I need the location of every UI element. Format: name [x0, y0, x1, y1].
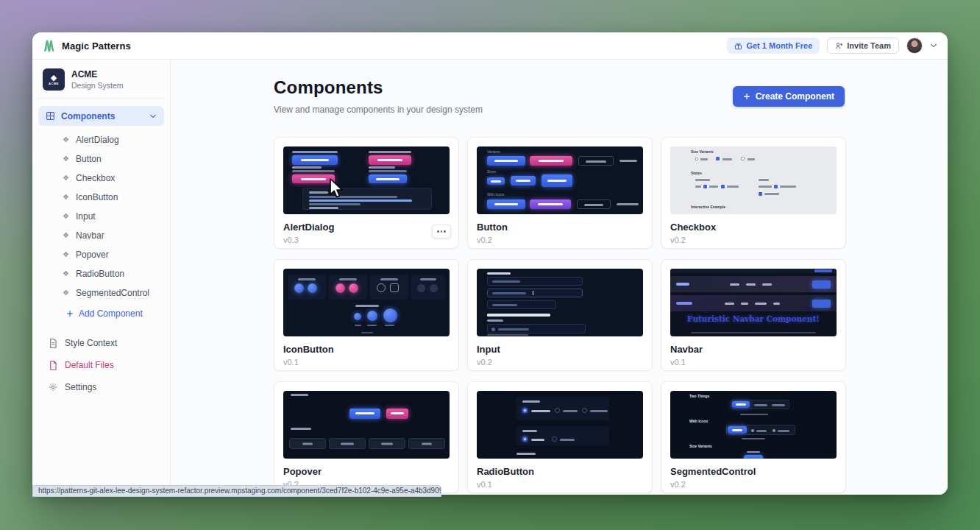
plus-icon	[743, 93, 750, 100]
checkbox-thumbnail: Size Variants States I	[670, 146, 837, 214]
card-title: SegmentedControl	[670, 466, 837, 477]
card-version: v0.2	[670, 236, 837, 244]
card-version: v0.2	[477, 358, 643, 367]
sidebar-item-input[interactable]: ❖Input	[38, 207, 164, 226]
gear-icon	[49, 383, 57, 392]
sidebar-item-settings[interactable]: Settings	[38, 376, 164, 398]
component-card-radiobutton[interactable]: RadioButton v0.1	[467, 381, 653, 493]
card-title: Input	[477, 344, 643, 355]
card-title: Navbar	[670, 344, 837, 355]
sidebar-item-popover[interactable]: ❖Popover	[38, 245, 164, 264]
file-icon	[49, 361, 57, 370]
component-card-popover[interactable]: Popover v0.2	[274, 381, 459, 493]
component-card-navbar[interactable]: Futuristic Navbar Component! Navbar v0.1	[661, 259, 846, 371]
card-menu-button[interactable]	[432, 225, 451, 239]
sidebar-item-segmentedcontrol[interactable]: ❖SegmentedControl	[38, 283, 164, 303]
file-text-icon	[49, 339, 57, 348]
component-icon: ❖	[63, 213, 69, 220]
desktop-background: Magic Patterns Get 1 Month Free Invite T…	[0, 0, 980, 530]
component-icon: ❖	[63, 155, 69, 163]
component-card-input[interactable]: Input v0.2	[467, 259, 653, 371]
card-title: IconButton	[283, 344, 450, 355]
main-content: Components View and manage components in…	[171, 60, 948, 495]
sidebar: ◆ACME ACME Design System Components	[32, 60, 171, 495]
component-grid: AlertDialog v0.3 Variants Sizes	[274, 137, 845, 493]
card-title: Popover	[283, 466, 450, 477]
person-plus-icon	[835, 42, 843, 50]
component-icon: ❖	[63, 194, 69, 201]
card-title: Button	[477, 222, 643, 233]
user-menu-chevron-icon[interactable]	[930, 42, 937, 49]
iconbutton-thumbnail	[283, 269, 450, 336]
brand: Magic Patterns	[43, 39, 131, 53]
input-thumbnail	[477, 269, 643, 336]
workspace-tagline: Design System	[71, 81, 124, 90]
component-card-alertdialog[interactable]: AlertDialog v0.3	[274, 137, 459, 249]
component-card-button[interactable]: Variants Sizes With Icons	[467, 137, 653, 249]
navbar-thumbnail: Futuristic Navbar Component!	[670, 269, 837, 336]
button-thumbnail: Variants Sizes With Icons	[477, 146, 643, 214]
sidebar-item-iconbutton[interactable]: ❖IconButton	[38, 188, 164, 207]
segmentedcontrol-thumbnail: Two Things With Icons	[670, 391, 837, 459]
component-icon: ❖	[63, 136, 69, 144]
add-component-button[interactable]: Add Component	[38, 303, 164, 325]
page-subtitle: View and manage components in your desig…	[274, 105, 483, 115]
chevron-down-icon	[149, 113, 157, 120]
card-version: v0.1	[477, 480, 643, 489]
acme-logo: ◆ACME	[43, 68, 65, 91]
card-title: RadioButton	[477, 466, 643, 477]
card-title: Checkbox	[670, 222, 837, 233]
sidebar-item-components[interactable]: Components	[38, 106, 164, 126]
grid-icon	[46, 111, 55, 121]
plus-icon	[66, 310, 74, 317]
component-card-segmentedcontrol[interactable]: Two Things With Icons	[661, 381, 846, 493]
sidebar-item-radiobutton[interactable]: ❖RadioButton	[38, 264, 164, 283]
app-window: Magic Patterns Get 1 Month Free Invite T…	[32, 32, 948, 495]
radiobutton-thumbnail	[477, 391, 643, 459]
card-title: AlertDialog	[283, 222, 450, 233]
page-title: Components	[274, 77, 483, 98]
card-version: v0.1	[283, 358, 450, 367]
component-icon: ❖	[63, 232, 69, 239]
component-icon: ❖	[63, 174, 69, 182]
gift-icon	[734, 42, 742, 50]
link-preview-status-bar: https://patterns-git-alex-lee-design-sys…	[32, 485, 441, 497]
user-avatar[interactable]	[906, 38, 923, 54]
get-month-free-button[interactable]: Get 1 Month Free	[727, 38, 820, 54]
sidebar-item-navbar[interactable]: ❖Navbar	[38, 226, 164, 245]
workspace-name: ACME	[71, 69, 124, 80]
sidebar-item-style-context[interactable]: Style Context	[38, 332, 164, 354]
card-version: v0.3	[283, 236, 450, 244]
magic-patterns-logo-icon	[43, 39, 57, 53]
component-icon: ❖	[63, 251, 69, 258]
invite-team-button[interactable]: Invite Team	[827, 38, 899, 54]
sidebar-item-default-files[interactable]: Default Files	[38, 354, 164, 376]
navbar-caption: Futuristic Navbar Component!	[670, 314, 837, 323]
popover-thumbnail	[283, 391, 450, 459]
component-icon: ❖	[63, 289, 69, 297]
app-header: Magic Patterns Get 1 Month Free Invite T…	[32, 32, 948, 60]
brand-name: Magic Patterns	[62, 40, 131, 52]
card-version: v0.2	[477, 236, 643, 244]
component-icon: ❖	[63, 270, 69, 278]
sidebar-item-button[interactable]: ❖Button	[38, 149, 164, 169]
sidebar-item-checkbox[interactable]: ❖Checkbox	[38, 169, 164, 188]
sidebar-item-alertdialog[interactable]: ❖AlertDialog	[38, 130, 164, 149]
alertdialog-thumbnail	[283, 146, 450, 214]
workspace-switcher[interactable]: ◆ACME ACME Design System	[38, 66, 164, 99]
create-component-button[interactable]: Create Component	[733, 86, 845, 107]
component-card-iconbutton[interactable]: IconButton v0.1	[274, 259, 459, 371]
component-card-checkbox[interactable]: Size Variants States I	[661, 137, 846, 249]
card-version: v0.1	[670, 358, 837, 367]
card-version: v0.2	[670, 480, 837, 489]
